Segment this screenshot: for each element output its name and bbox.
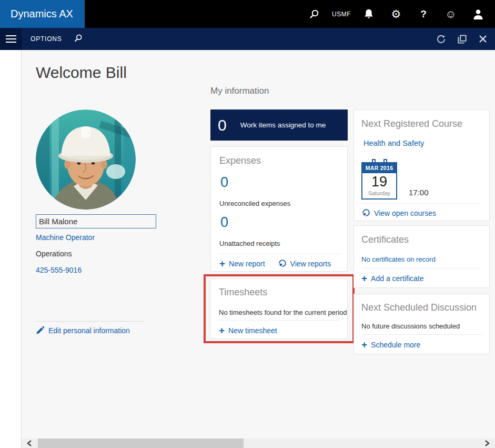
certificates-title: Certificates bbox=[361, 234, 489, 245]
phone-link[interactable]: 425-555-9016 bbox=[36, 266, 82, 274]
calendar-day: 19 bbox=[362, 174, 396, 190]
refresh-icon bbox=[437, 35, 446, 44]
unattached-receipts-label: Unattached receipts bbox=[219, 240, 280, 247]
topbar-actions: USMF ⚙ ? ☺ bbox=[300, 0, 495, 28]
schedule-more-link[interactable]: + Schedule more bbox=[361, 340, 420, 350]
restore-window-icon bbox=[458, 35, 467, 44]
work-items-tile[interactable]: 0 Work items assigned to me bbox=[210, 109, 348, 141]
notifications-button[interactable] bbox=[355, 0, 382, 28]
page-content: Welcome Bill bbox=[0, 50, 495, 448]
department-label: Operations bbox=[36, 250, 72, 258]
gear-icon: ⚙ bbox=[391, 8, 401, 19]
expenses-title: Expenses bbox=[219, 155, 347, 166]
timesheets-empty-message: No timesheets found for the current peri… bbox=[219, 308, 347, 316]
unattached-receipts-count: 0 bbox=[220, 214, 228, 231]
feedback-button[interactable]: ☺ bbox=[437, 0, 464, 28]
close-button[interactable] bbox=[478, 34, 488, 44]
certificates-empty-message[interactable]: No certificates on record bbox=[361, 255, 436, 263]
open-in-new-window-button[interactable] bbox=[457, 34, 467, 44]
horizontal-scrollbar[interactable] bbox=[22, 439, 495, 448]
discussion-title: Next Scheduled Discussion bbox=[361, 302, 489, 313]
name-field[interactable] bbox=[36, 214, 156, 228]
hamburger-icon bbox=[6, 35, 16, 36]
certificates-card: Certificates No certificates on record +… bbox=[353, 225, 490, 288]
chevron-right-icon bbox=[484, 440, 490, 446]
edit-personal-info-link[interactable]: Edit personal information bbox=[36, 326, 130, 335]
view-open-courses-link[interactable]: View open courses bbox=[361, 208, 436, 217]
work-items-label: Work items assigned to me bbox=[240, 121, 326, 129]
course-time: 17:00 bbox=[409, 188, 429, 197]
course-date-calendar: MAR 2016 19 Saturday bbox=[361, 159, 397, 200]
dynamics-ax-logo[interactable]: Dynamics AX bbox=[0, 0, 85, 28]
menu-button[interactable] bbox=[0, 28, 22, 50]
plus-icon: + bbox=[361, 340, 367, 350]
job-title-link[interactable]: Machine Operator bbox=[36, 233, 95, 242]
scroll-left-button[interactable] bbox=[22, 439, 37, 448]
work-items-count: 0 bbox=[218, 116, 227, 134]
help-icon: ? bbox=[420, 8, 427, 20]
add-certificate-link[interactable]: + Add a certificate bbox=[361, 273, 424, 283]
section-heading-my-information: My information bbox=[210, 86, 269, 96]
discussion-empty-message: No future discussions scheduled bbox=[361, 322, 460, 330]
scroll-right-button[interactable] bbox=[479, 439, 495, 448]
chevron-left-icon bbox=[27, 440, 32, 446]
search-icon bbox=[309, 9, 319, 19]
timesheets-title: Timesheets bbox=[219, 287, 347, 298]
profile-divider bbox=[36, 321, 144, 322]
plus-icon: + bbox=[219, 325, 225, 335]
timesheets-card: Timesheets No timesheets found for the c… bbox=[210, 278, 348, 339]
certificates-divider bbox=[361, 268, 482, 268]
next-scheduled-discussion-card: Next Scheduled Discussion No future disc… bbox=[353, 294, 490, 354]
edit-personal-info-label: Edit personal information bbox=[48, 326, 130, 335]
view-icon bbox=[361, 208, 370, 217]
pencil-icon bbox=[36, 326, 44, 335]
top-app-bar: Dynamics AX USMF ⚙ ? ☺ bbox=[0, 0, 495, 28]
company-selector[interactable]: USMF bbox=[328, 0, 355, 28]
tab-options[interactable]: OPTIONS bbox=[31, 35, 62, 43]
smiley-icon: ☺ bbox=[445, 8, 456, 19]
expenses-card: Expenses 0 Unreconciled expenses 0 Unatt… bbox=[210, 146, 348, 272]
discussion-divider bbox=[361, 334, 482, 335]
expenses-divider bbox=[218, 254, 340, 254]
left-gutter bbox=[0, 50, 22, 448]
search-icon bbox=[74, 34, 83, 43]
course-divider bbox=[361, 203, 482, 204]
bell-icon bbox=[363, 8, 374, 19]
calendar-month-year: MAR 2016 bbox=[361, 162, 397, 173]
profile-photo bbox=[36, 109, 136, 210]
course-name-link[interactable]: Health and Safety bbox=[363, 139, 424, 147]
new-report-link[interactable]: + New report bbox=[219, 258, 265, 268]
calendar-body: 19 Saturday bbox=[361, 173, 397, 200]
nav-search-button[interactable] bbox=[74, 34, 83, 45]
window-controls bbox=[436, 34, 495, 44]
next-registered-course-card: Next Registered Course Health and Safety… bbox=[353, 109, 490, 221]
help-button[interactable]: ? bbox=[410, 0, 437, 28]
unreconciled-expenses-label: Unreconciled expenses bbox=[219, 200, 290, 207]
close-icon bbox=[479, 35, 487, 43]
person-icon bbox=[472, 8, 484, 20]
page-nav-bar: OPTIONS bbox=[0, 28, 495, 50]
scrollbar-thumb[interactable] bbox=[38, 439, 244, 448]
course-title: Next Registered Course bbox=[361, 118, 489, 130]
refresh-button[interactable] bbox=[436, 34, 446, 44]
view-icon bbox=[278, 259, 287, 268]
plus-icon: + bbox=[219, 258, 225, 268]
new-timesheet-link[interactable]: + New timesheet bbox=[219, 325, 277, 335]
settings-button[interactable]: ⚙ bbox=[382, 0, 410, 28]
timesheets-divider bbox=[218, 320, 340, 321]
unreconciled-expenses-count: 0 bbox=[220, 174, 228, 191]
view-reports-link[interactable]: View reports bbox=[278, 258, 331, 268]
account-button[interactable] bbox=[464, 0, 492, 28]
page-title: Welcome Bill bbox=[36, 64, 127, 82]
calendar-weekday: Saturday bbox=[362, 190, 396, 196]
search-button[interactable] bbox=[300, 0, 328, 28]
plus-icon: + bbox=[361, 273, 367, 283]
